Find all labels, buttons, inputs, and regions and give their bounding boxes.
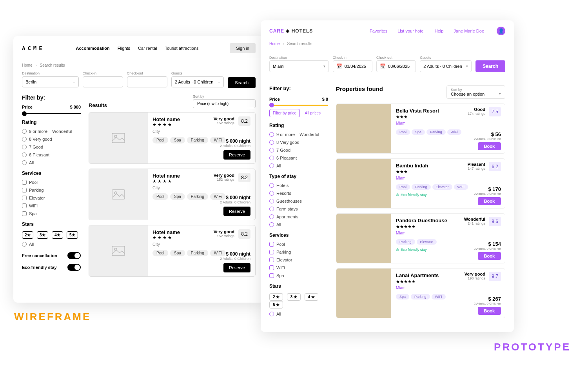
property-card[interactable]: Pandora Guesthouse ★★★★★ Miami ParkingEl… — [336, 213, 505, 263]
destination-input[interactable]: Miami▾ — [269, 60, 329, 72]
amenity-tag: Spa — [412, 129, 425, 135]
type-option[interactable]: Apartments — [269, 214, 328, 219]
star-chip[interactable]: 2 ★ — [269, 293, 283, 301]
service-option[interactable]: Spa — [269, 273, 328, 278]
price-value: $ 000 — [70, 105, 81, 109]
rating-option[interactable]: All — [269, 163, 328, 168]
stars-all-option[interactable]: All — [269, 312, 328, 316]
type-option[interactable]: Guesthouses — [269, 199, 328, 203]
hotel-card[interactable]: Hotel name ★ ★ ★ ★ City PoolSpaParkingWi… — [89, 225, 256, 277]
filter-price-button[interactable]: Filter by price — [269, 109, 300, 117]
reserve-button[interactable]: Reserve — [223, 150, 250, 160]
rating-option[interactable]: 8 Very good — [269, 140, 328, 145]
service-option[interactable]: Pool — [269, 242, 328, 247]
services-heading: Services — [22, 171, 81, 176]
signin-button[interactable]: Sign in — [230, 43, 256, 53]
property-card[interactable]: Bambu Indah ★★★ Miami PoolParkingElevato… — [336, 158, 505, 209]
nav-help[interactable]: Help — [435, 29, 444, 33]
book-button[interactable]: Book — [478, 252, 501, 260]
amenity-tag: WiFi — [432, 294, 446, 299]
guests-label: Guests — [171, 71, 224, 75]
star-chip[interactable]: 4★ — [52, 231, 63, 239]
chevron-down-icon: ⌄ — [72, 80, 75, 84]
rating-metric: Pleasant — [468, 162, 485, 167]
stars-all-option[interactable]: All — [22, 242, 81, 247]
rating-option[interactable]: 9 or more – Wonderful — [269, 132, 328, 137]
nav-accommodation[interactable]: Accommodation — [76, 46, 109, 51]
checkin-label: Check-in — [83, 71, 123, 75]
service-option[interactable]: WiFi — [22, 203, 81, 208]
checkout-input[interactable]: 📅03/06/2025 — [376, 60, 416, 72]
type-option[interactable]: Resorts — [269, 191, 328, 196]
rating-option[interactable]: 7 Good — [22, 145, 81, 149]
type-option[interactable]: Hotels — [269, 183, 328, 188]
book-button[interactable]: Book — [478, 197, 501, 205]
star-chip[interactable]: 2★ — [22, 231, 33, 239]
guests-input[interactable]: 2 Adults · 0 Children▾ — [420, 60, 472, 72]
guests-input[interactable]: 2 Adults · 0 Children⌄ — [171, 76, 224, 87]
all-prices-link[interactable]: All prices — [305, 111, 321, 115]
service-option[interactable]: Parking — [22, 188, 81, 192]
chevron-right-icon: › — [35, 63, 36, 67]
crumb-home[interactable]: Home — [269, 42, 280, 46]
checkout-input[interactable] — [127, 76, 167, 87]
star-chip[interactable]: 4 ★ — [305, 293, 318, 301]
proto-nav-links: Favorites List your hotel Help Jane Mari… — [370, 27, 505, 35]
service-option[interactable]: Elevator — [22, 196, 81, 200]
property-thumbnail — [336, 104, 391, 153]
rating-score: 8.2 — [238, 229, 250, 239]
nav-tourist-attractions[interactable]: Tourist attractions — [165, 46, 198, 51]
checkin-input[interactable]: 📅03/04/2025 — [333, 60, 372, 72]
service-option[interactable]: Parking — [269, 250, 328, 254]
star-chip[interactable]: 3★ — [37, 231, 48, 239]
rating-option[interactable]: All — [22, 160, 81, 165]
checkin-input[interactable] — [83, 76, 123, 87]
rating-option[interactable]: 6 Pleasant — [269, 156, 328, 160]
crumb-home[interactable]: Home — [22, 63, 33, 67]
star-chip[interactable]: 5 ★ — [269, 301, 283, 309]
free-cancellation-toggle[interactable] — [67, 252, 81, 259]
rating-option[interactable]: 9 or more – Wonderful — [22, 129, 81, 134]
rating-count: 152 ratings — [214, 178, 234, 181]
type-option[interactable]: All — [269, 222, 328, 227]
book-button[interactable]: Book — [478, 307, 501, 315]
price-slider[interactable] — [22, 113, 81, 114]
nav-favorites[interactable]: Favorites — [370, 29, 387, 33]
service-option[interactable]: Spa — [22, 211, 81, 216]
eco-friendly-toggle[interactable] — [67, 264, 81, 271]
sort-select[interactable]: Price (low to high) — [193, 99, 256, 108]
price: $ 170 — [474, 186, 501, 192]
reserve-button[interactable]: Reserve — [223, 263, 250, 272]
price-sub: 2 Adults, 0 Children — [474, 302, 501, 305]
sort-value: Price (low to high) — [197, 102, 229, 106]
nav-flights[interactable]: Flights — [118, 46, 130, 51]
avatar-icon[interactable]: 👤 — [497, 27, 505, 35]
rating-option[interactable]: 7 Good — [269, 148, 328, 152]
nav-list-hotel[interactable]: List your hotel — [397, 29, 424, 33]
property-card[interactable]: Lanai Apartments ★★★★★ Miami SpaParkingW… — [336, 268, 505, 318]
search-button[interactable]: Search — [475, 60, 505, 72]
reserve-button[interactable]: Reserve — [223, 207, 250, 216]
book-button[interactable]: Book — [478, 142, 501, 150]
sort-select[interactable]: Sort by Choose an option ▾ — [446, 85, 505, 99]
user-name[interactable]: Jane Marie Doe — [454, 29, 484, 33]
type-option[interactable]: Farm stays — [269, 207, 328, 211]
service-option[interactable]: WiFi — [269, 265, 328, 270]
hotel-card[interactable]: Hotel name ★ ★ ★ ★ City PoolSpaParkingWi… — [89, 112, 256, 164]
service-option[interactable]: Pool — [22, 180, 81, 185]
rating-option[interactable]: 8 Very good — [22, 137, 81, 142]
property-card[interactable]: Bella Vista Resort ★★★ Miami PoolSpaPark… — [336, 103, 505, 154]
star-chip[interactable]: 5★ — [67, 231, 78, 239]
destination-input[interactable]: Berlin⌄ — [22, 76, 79, 87]
search-button[interactable]: Search — [228, 77, 256, 88]
nav-car-rental[interactable]: Car rental — [138, 46, 157, 51]
wire-topnav: ACME Accommodation Flights Car rental To… — [13, 36, 264, 59]
price: $ 000 night — [220, 195, 250, 200]
hotel-card[interactable]: Hotel name ★ ★ ★ ★ City PoolSpaParkingWi… — [89, 169, 256, 220]
star-chip[interactable]: 3 ★ — [287, 293, 301, 301]
service-option[interactable]: Elevator — [269, 258, 328, 262]
price-slider[interactable] — [269, 105, 328, 106]
checkout-label: Check out — [376, 56, 416, 60]
proto-results: Properties found Sort by Choose an optio… — [336, 85, 505, 330]
rating-option[interactable]: 6 Pleasant — [22, 152, 81, 157]
